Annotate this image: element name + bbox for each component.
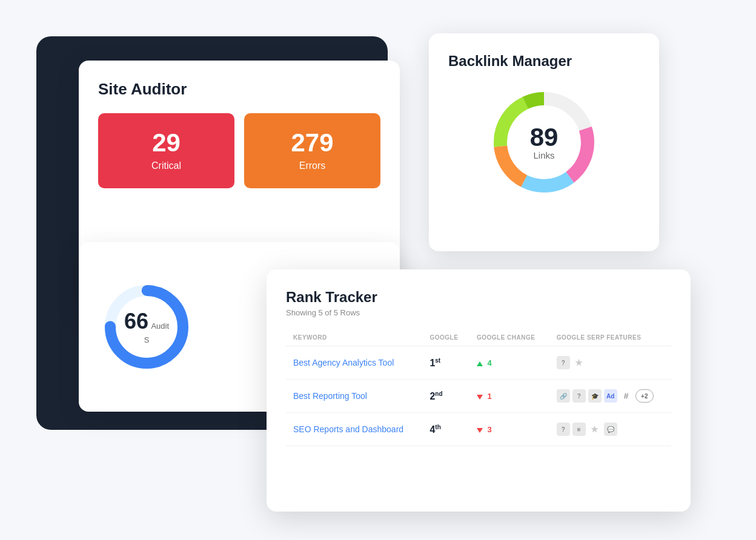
question-icon: ?	[557, 356, 570, 369]
errors-metric: 279 Errors	[244, 113, 380, 188]
audit-metrics: 29 Critical 279 Errors	[98, 113, 380, 188]
question-icon: ?	[572, 389, 586, 403]
keyword-link[interactable]: SEO Reports and Dashboard	[293, 424, 403, 434]
critical-metric: 29 Critical	[98, 113, 234, 188]
change-down: 3	[477, 425, 492, 434]
audit-donut: 66 Audit S	[98, 278, 195, 375]
graduation-icon: 🎓	[588, 389, 602, 403]
audit-score-center: 66 Audit S	[122, 309, 171, 345]
audit-score-number: 66	[124, 309, 148, 334]
rank-tracker-subtitle: Showing 5 of 5 Rows	[286, 308, 671, 317]
errors-label: Errors	[299, 160, 326, 171]
table-row: SEO Reports and Dashboard 4th 3	[286, 413, 671, 446]
backlink-title: Backlink Manager	[448, 53, 572, 70]
serp-features: 🔗 ? 🎓 Ad # +2	[557, 389, 664, 403]
rank-table-header: KEYWORD GOOGLE GOOGLE CHANGE GOOGLE SERP…	[286, 329, 671, 346]
link-icon: 🔗	[557, 389, 570, 403]
serp-features: ? ★	[557, 356, 664, 369]
rank-tracker-title: Rank Tracker	[286, 289, 671, 306]
site-auditor-title: Site Auditor	[98, 80, 380, 99]
rank-table: KEYWORD GOOGLE GOOGLE CHANGE GOOGLE SERP…	[286, 329, 671, 446]
hash-icon: #	[620, 389, 633, 403]
keyword-link[interactable]: Best Agency Analytics Tool	[293, 358, 394, 367]
down-arrow-icon	[477, 428, 483, 433]
col-serp: GOOGLE SERP FEATURES	[549, 329, 671, 346]
backlink-number: 89	[530, 125, 559, 150]
plus-count-badge: +2	[635, 389, 654, 403]
col-keyword: KEYWORD	[286, 329, 422, 346]
ad-icon: Ad	[604, 389, 617, 403]
list-icon: ≡	[572, 423, 586, 436]
backlink-label: Links	[530, 150, 559, 160]
critical-label: Critical	[151, 160, 181, 171]
backlink-card: Backlink Manager 89 Links	[429, 33, 659, 251]
rank-value: 1st	[429, 358, 440, 368]
change-up: 4	[477, 358, 492, 367]
question-icon: ?	[557, 423, 570, 436]
table-row: Best Reporting Tool 2nd 1	[286, 380, 671, 413]
star-icon: ★	[572, 356, 586, 369]
table-row: Best Agency Analytics Tool 1st 4	[286, 346, 671, 380]
rank-value: 4th	[429, 424, 440, 435]
rank-tracker-card: Rank Tracker Showing 5 of 5 Rows KEYWORD…	[267, 269, 691, 512]
col-google: GOOGLE	[422, 329, 469, 346]
rank-value: 2nd	[429, 391, 442, 401]
scene: Site Auditor 29 Critical 279 Errors 66 A…	[0, 0, 756, 540]
star-icon: ★	[588, 423, 602, 436]
col-google-change: GOOGLE CHANGE	[469, 329, 549, 346]
keyword-link[interactable]: Best Reporting Tool	[293, 391, 367, 401]
errors-number: 279	[256, 130, 368, 156]
serp-features: ? ≡ ★ 💬	[557, 423, 664, 436]
down-arrow-icon	[477, 395, 483, 400]
backlink-donut: 89 Links	[483, 82, 605, 203]
backlink-center: 89 Links	[530, 125, 559, 160]
change-down: 1	[477, 392, 492, 401]
critical-number: 29	[110, 130, 222, 156]
up-arrow-icon	[477, 361, 483, 366]
bubble-icon: 💬	[604, 423, 617, 436]
